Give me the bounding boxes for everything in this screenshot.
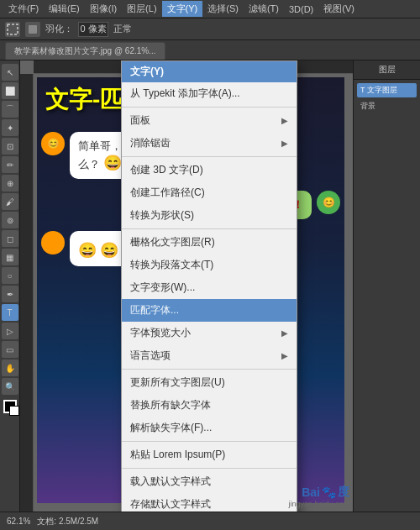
divider6	[122, 468, 297, 469]
zoom-level: 62.1%	[7, 517, 30, 526]
menu-update-all[interactable]: 更新所有文字图层(U)	[122, 371, 297, 394]
tool-icon	[5, 22, 20, 37]
menu-load-style[interactable]: 载入默认文字样式	[122, 470, 297, 493]
menu-image[interactable]: 图像(I)	[85, 1, 122, 17]
layer-item-2[interactable]: 背景	[357, 99, 417, 113]
menu-3d[interactable]: 3D(D)	[284, 3, 318, 16]
menu-save-style[interactable]: 存储默认文字样式	[122, 493, 297, 512]
text-dropdown-menu: 文字(Y) 从 Typekit 添加字体(A)... 面板 ▶ 消除锯齿 ▶ 创…	[121, 60, 297, 512]
mode-label: 正常	[113, 23, 132, 35]
menu-language[interactable]: 语言选项 ▶	[122, 344, 297, 367]
menu-create-path[interactable]: 创建工作路径(C)	[122, 181, 297, 204]
arrow-icon3: ▶	[281, 328, 288, 338]
gradient-tool[interactable]: ▦	[2, 249, 18, 265]
menu-layer[interactable]: 图层(L)	[122, 1, 161, 17]
svg-rect-0	[8, 24, 18, 34]
watermark: Bai 🐾 度 jingyan.baidu.com	[288, 485, 349, 508]
menu-filter[interactable]: 滤镜(T)	[244, 1, 284, 17]
main-area: ↖ ⬜ ⌒ ✦ ⊡ ✏ ⊕ 🖌 ⊚ ◻ ▦ ○ ✒ T ▷ ▭ ✋ 🔍 文字-匹…	[0, 60, 420, 512]
canvas-area: 文字-匹配字体 😊 简单哥，我爱……一起 么？ 😄 😄 😄	[20, 60, 353, 512]
eraser-tool[interactable]: ◻	[2, 230, 18, 247]
foreground-color[interactable]	[3, 400, 17, 413]
baidu-logo: Bai 🐾 度	[302, 485, 349, 500]
menu-select[interactable]: 选择(S)	[202, 1, 244, 17]
menu-panel[interactable]: 面板 ▶	[122, 109, 297, 132]
divider3	[122, 228, 297, 229]
menu-text[interactable]: 文字(Y)	[162, 1, 203, 17]
crop-tool[interactable]: ⊡	[2, 138, 18, 155]
move-tool[interactable]: ↖	[2, 64, 18, 81]
healing-tool[interactable]: ⊕	[2, 175, 18, 192]
divider5	[122, 441, 297, 442]
feather-input[interactable]	[78, 22, 108, 37]
text-tool[interactable]: T	[2, 304, 18, 321]
marquee-icon	[7, 24, 18, 35]
icon-small	[27, 24, 39, 35]
status-info: 文档: 2.5M/2.5M	[37, 516, 98, 527]
divider2	[122, 156, 297, 157]
avatar-left: 😊	[41, 132, 65, 155]
ruler-vertical	[20, 74, 34, 512]
tab-bar: 教学素材修改图片文字.jpg @ 62.1%...	[0, 40, 420, 60]
baidu-text: Bai	[302, 485, 320, 499]
pen-tool[interactable]: ✒	[2, 286, 18, 302]
clone-tool[interactable]: ⊚	[2, 212, 18, 228]
baidu-du-text: 度	[338, 485, 349, 500]
wand-tool[interactable]: ✦	[2, 119, 18, 136]
menu-warp[interactable]: 文字变形(W)...	[122, 276, 297, 299]
avatar-right: 😊	[317, 191, 340, 214]
eyedropper-tool[interactable]: ✏	[2, 156, 18, 173]
layer-item-1[interactable]: T 文字图层	[357, 83, 417, 97]
lasso-tool[interactable]: ⌒	[2, 101, 18, 118]
menu-view[interactable]: 视图(V)	[318, 1, 360, 17]
right-panel: 图层 T 文字图层 背景	[353, 60, 420, 512]
menu-convert-shape[interactable]: 转换为形状(S)	[122, 204, 297, 227]
menu-replace-missing[interactable]: 替换所有缺欠字体	[122, 394, 297, 417]
menu-paste-lorem[interactable]: 粘贴 Lorem Ipsum(P)	[122, 443, 297, 466]
arrow-icon4: ▶	[281, 351, 288, 360]
menu-antialias[interactable]: 消除锯齿 ▶	[122, 132, 297, 155]
menu-add-typekit[interactable]: 从 Typekit 添加字体(A)...	[122, 82, 297, 105]
menu-file[interactable]: 文件(F)	[3, 1, 44, 17]
arrow-icon: ▶	[281, 116, 288, 125]
menu-resolve-missing[interactable]: 解析缺失字体(F)...	[122, 417, 297, 439]
left-toolbar: ↖ ⬜ ⌒ ✦ ⊡ ✏ ⊕ 🖌 ⊚ ◻ ▦ ○ ✒ T ▷ ▭ ✋ 🔍	[0, 60, 20, 512]
brush-tool[interactable]: 🖌	[2, 193, 18, 210]
divider1	[122, 107, 297, 108]
layers-panel-title: 图层	[354, 60, 420, 80]
arrow-icon2: ▶	[281, 139, 288, 148]
baidu-paw-icon: 🐾	[322, 485, 336, 499]
shape-tool[interactable]: ▭	[2, 341, 18, 358]
emoji4: 😄	[78, 241, 97, 260]
menu-match-font[interactable]: 匹配字体...	[122, 299, 297, 322]
menu-rasterize[interactable]: 栅格化文字图层(R)	[122, 231, 297, 254]
watermark-url: jingyan.baidu.com	[288, 500, 349, 508]
status-bar: 62.1% 文档: 2.5M/2.5M	[0, 512, 420, 530]
zoom-tool[interactable]: 🔍	[2, 378, 18, 395]
avatar-left2	[41, 231, 65, 255]
divider4	[122, 369, 297, 370]
emoji5: 😄	[100, 241, 118, 260]
feather-label: 羽化：	[45, 23, 73, 35]
menu-font-preview[interactable]: 字体预览大小 ▶	[122, 322, 297, 344]
marquee-tool[interactable]: ⬜	[2, 82, 18, 99]
options-bar: 羽化： 正常	[0, 18, 420, 40]
emoji1: 😄	[103, 155, 122, 171]
layers-content: T 文字图层 背景	[354, 80, 420, 512]
menu-create-3d[interactable]: 创建 3D 文字(D)	[122, 159, 297, 181]
svg-rect-1	[29, 25, 37, 34]
menu-edit[interactable]: 编辑(E)	[44, 1, 85, 17]
dropdown-header: 文字(Y)	[122, 61, 297, 82]
dodge-tool[interactable]: ○	[2, 267, 18, 284]
hand-tool[interactable]: ✋	[2, 359, 18, 376]
background-color[interactable]	[9, 406, 19, 416]
path-tool[interactable]: ▷	[2, 323, 18, 339]
document-tab[interactable]: 教学素材修改图片文字.jpg @ 62.1%...	[5, 42, 165, 60]
menu-bar: 文件(F) 编辑(E) 图像(I) 图层(L) 文字(Y) 选择(S) 滤镜(T…	[0, 0, 420, 18]
feather-icon-box	[25, 22, 40, 37]
menu-convert-paragraph[interactable]: 转换为段落文本(T)	[122, 254, 297, 276]
